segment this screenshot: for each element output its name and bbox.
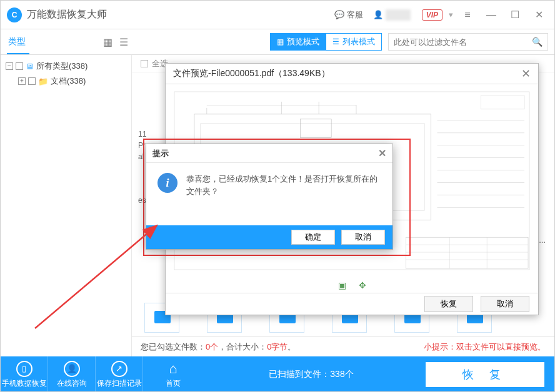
list-mode-button[interactable]: ☰列表模式 xyxy=(326,33,382,51)
svg-rect-8 xyxy=(300,119,331,138)
app-logo-icon: C xyxy=(7,7,22,22)
list-icon: ☰ xyxy=(332,37,339,46)
prompt-message: 恭喜您，已经成功恢复1个文件！是否打开恢复所在的文件夹？ xyxy=(186,173,381,215)
checkbox[interactable] xyxy=(28,77,36,85)
export-icon: ↗ xyxy=(111,361,128,377)
recover-button[interactable]: 恢 复 xyxy=(426,362,544,387)
phone-icon: ▯ xyxy=(16,361,32,377)
titlebar: C 万能数据恢复大师 💬客服 👤 VIP ▾ ≡ — ☐ ✕ xyxy=(1,1,554,29)
prompt-title-bar: 提示 ✕ xyxy=(146,144,392,163)
save-scan-button[interactable]: ↗保存扫描记录 xyxy=(96,356,143,392)
preview-title-bar: 文件预览-File0000051.pdf（133.49KB） ✕ xyxy=(166,64,538,84)
filter-input[interactable] xyxy=(394,37,532,47)
svg-rect-23 xyxy=(481,96,524,109)
scan-status: 已扫描到文件：338个 xyxy=(197,369,426,380)
search-icon[interactable]: 🔍 xyxy=(532,37,542,47)
svg-rect-17 xyxy=(406,237,528,268)
preview-recover-button[interactable]: 恢复 xyxy=(424,296,473,312)
prompt-ok-button[interactable]: 确定 xyxy=(291,230,335,245)
minimize-button[interactable]: — xyxy=(479,1,503,29)
menu-button[interactable]: ≡ xyxy=(456,1,479,29)
tree-label: 文档(338) xyxy=(51,76,86,87)
prompt-cancel-button[interactable]: 取消 xyxy=(341,230,385,245)
status-bar: 您已勾选文件数：0个，合计大小：0字节。 小提示：双击文件可以直接预览。 xyxy=(132,336,554,356)
tree-child-docs[interactable]: + 📁 文档(338) xyxy=(1,74,131,89)
list-view-icon[interactable]: ☰ xyxy=(116,36,132,48)
sidebar-tab-type[interactable]: 类型 xyxy=(8,36,99,47)
preview-title: 文件预览-File0000051.pdf（133.49KB） xyxy=(173,68,330,79)
close-button[interactable]: ✕ xyxy=(527,1,551,29)
close-icon[interactable]: ✕ xyxy=(378,147,386,159)
phone-recover-button[interactable]: ▯手机数据恢复 xyxy=(1,356,48,392)
chat-icon: 💬 xyxy=(334,10,344,19)
prompt-dialog: 提示 ✕ i 恭喜您，已经成功恢复1个文件！是否打开恢复所在的文件夹？ 确定 取… xyxy=(146,144,393,250)
filter-box: 🔍 xyxy=(388,33,548,51)
kefu-button[interactable]: 💬客服 xyxy=(329,1,368,29)
zoom-fit-icon[interactable]: ▣ xyxy=(338,280,346,290)
expand-icon[interactable]: + xyxy=(18,77,26,85)
monitor-icon: 🖥 xyxy=(26,62,34,71)
grid-icon: ▦ xyxy=(277,37,284,46)
dropdown-icon[interactable]: ▾ xyxy=(446,1,456,29)
zoom-actual-icon[interactable]: ✥ xyxy=(359,280,366,290)
tree-label: 所有类型(338) xyxy=(36,61,88,72)
sidebar: − 🖥 所有类型(338) + 📁 文档(338) xyxy=(1,55,132,356)
tree-root[interactable]: − 🖥 所有类型(338) xyxy=(1,59,131,74)
folder-icon: 📁 xyxy=(38,77,48,86)
consult-button[interactable]: 👤在线咨询 xyxy=(48,356,96,392)
preview-controls: ▣ ✥ xyxy=(166,277,538,293)
collapse-icon[interactable]: − xyxy=(6,62,13,70)
home-icon: ⌂ xyxy=(165,361,181,377)
toolbar: 类型 ▦ ☰ ▦预览模式 ☰列表模式 🔍 xyxy=(1,29,554,54)
home-button[interactable]: ⌂首页 xyxy=(149,356,197,392)
user-area[interactable]: 👤 xyxy=(368,1,418,29)
app-title: 万能数据恢复大师 xyxy=(27,8,329,21)
preview-mode-button[interactable]: ▦预览模式 xyxy=(270,33,326,51)
close-icon[interactable]: ✕ xyxy=(521,67,531,81)
vip-badge[interactable]: VIP xyxy=(422,9,442,21)
tip-text: 小提示：双击文件可以直接预览。 xyxy=(424,341,546,353)
footer: ▯手机数据恢复 👤在线咨询 ↗保存扫描记录 ⌂首页 已扫描到文件：338个 恢 … xyxy=(1,356,554,392)
prompt-title: 提示 xyxy=(152,148,169,159)
person-icon: 👤 xyxy=(64,361,80,377)
checkbox[interactable] xyxy=(16,62,23,70)
maximize-button[interactable]: ☐ xyxy=(503,1,527,29)
preview-cancel-button[interactable]: 取消 xyxy=(481,296,529,312)
checkbox[interactable] xyxy=(141,60,148,67)
sidebar-header: 类型 ▦ ☰ xyxy=(1,36,132,48)
grid-view-icon[interactable]: ▦ xyxy=(99,36,116,48)
info-icon: i xyxy=(158,173,178,193)
